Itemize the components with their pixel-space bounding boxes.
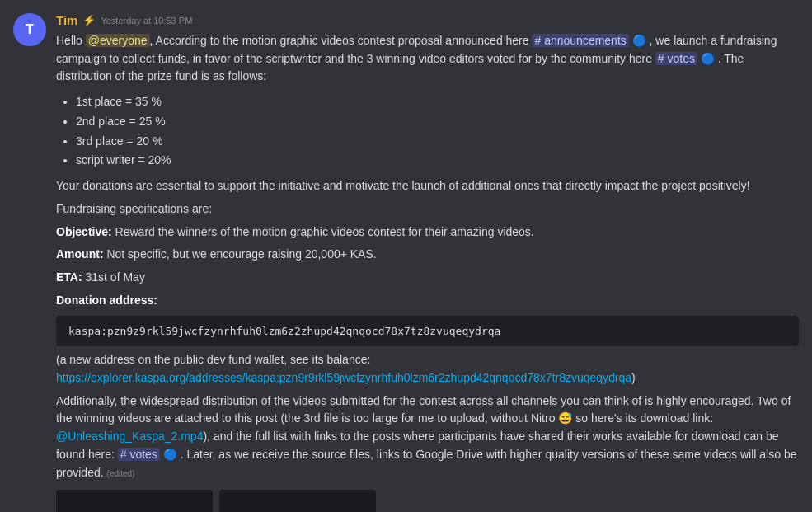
- donations-para: Your donations are essential to support …: [56, 177, 799, 195]
- donation-address-label: Donation address:: [56, 292, 799, 310]
- objective-label: Objective:: [56, 225, 112, 238]
- donation-label: Donation address:: [56, 294, 157, 307]
- edited-tag: (edited): [107, 469, 135, 478]
- list-item: 2nd place = 25 %: [76, 112, 799, 132]
- list-item: script writer = 20%: [76, 151, 799, 171]
- fundraising-label: Fundraising specifications are:: [56, 200, 799, 218]
- votes2-icon: 🔵: [160, 448, 177, 461]
- para3-middle: so here's its download link:: [572, 411, 713, 425]
- prize-distribution-list: 1st place = 35 % 2nd place = 25 % 3rd pl…: [76, 92, 799, 171]
- amount-label: Amount:: [56, 247, 104, 261]
- video-thumb-2[interactable]: [219, 490, 376, 512]
- donation-address-box[interactable]: kaspa:pzn9z9rkl59jwcfzynrhfuh0lzm6z2zhup…: [56, 316, 799, 346]
- avatar: T: [13, 13, 46, 46]
- lightning-icon: ⚡: [82, 14, 96, 26]
- download-link[interactable]: @Unleashing_Kaspa_2.mp4: [56, 430, 203, 443]
- additional-para: Additionally, the widespread distributio…: [56, 392, 799, 481]
- intro-text-2: , According to the motion graphic videos…: [150, 34, 533, 47]
- channel-announcements[interactable]: # announcements: [532, 34, 628, 47]
- eta-para: ETA: 31st of May: [56, 269, 799, 287]
- address-note-after: ): [631, 371, 636, 384]
- username: Tim: [56, 13, 77, 27]
- everyone-mention[interactable]: @everyone: [86, 34, 150, 47]
- channel-votes[interactable]: # votes: [655, 52, 697, 65]
- votes-icon: 🔵: [697, 52, 715, 65]
- message-header: Tim ⚡ Yesterday at 10:53 PM: [56, 13, 799, 27]
- eta-text: 31st of May: [82, 270, 145, 284]
- amount-para: Amount: Not specific, but we encourage r…: [56, 246, 799, 264]
- intro-paragraph: Hello @everyone, According to the motion…: [56, 32, 799, 86]
- channel-votes-2[interactable]: # votes: [118, 448, 160, 461]
- list-item: 3rd place = 20 %: [76, 132, 799, 152]
- address-note: (a new address on the public dev fund wa…: [56, 351, 799, 387]
- message-wrapper: T Tim ⚡ Yesterday at 10:53 PM Hello @eve…: [0, 0, 812, 512]
- objective-para: Objective: Reward the winners of the mot…: [56, 223, 799, 242]
- address-explorer-link[interactable]: https://explorer.kaspa.org/addresses/kas…: [56, 371, 631, 384]
- timestamp: Yesterday at 10:53 PM: [101, 16, 192, 26]
- videos-row: [56, 490, 799, 512]
- smile-emoji: 😅: [558, 411, 572, 425]
- objective-text: Reward the winners of the motion graphic…: [112, 225, 534, 238]
- eta-label: ETA:: [56, 270, 82, 284]
- address-note-before: (a new address on the public dev fund wa…: [56, 353, 370, 366]
- message-body: Tim ⚡ Yesterday at 10:53 PM Hello @every…: [56, 13, 799, 512]
- list-item: 1st place = 35 %: [76, 92, 799, 112]
- video-thumb-1[interactable]: [56, 490, 213, 512]
- channel-icon: 🔵: [629, 34, 646, 47]
- intro-text: Hello: [56, 34, 86, 47]
- amount-text: Not specific, but we encourage raising 2…: [104, 247, 377, 261]
